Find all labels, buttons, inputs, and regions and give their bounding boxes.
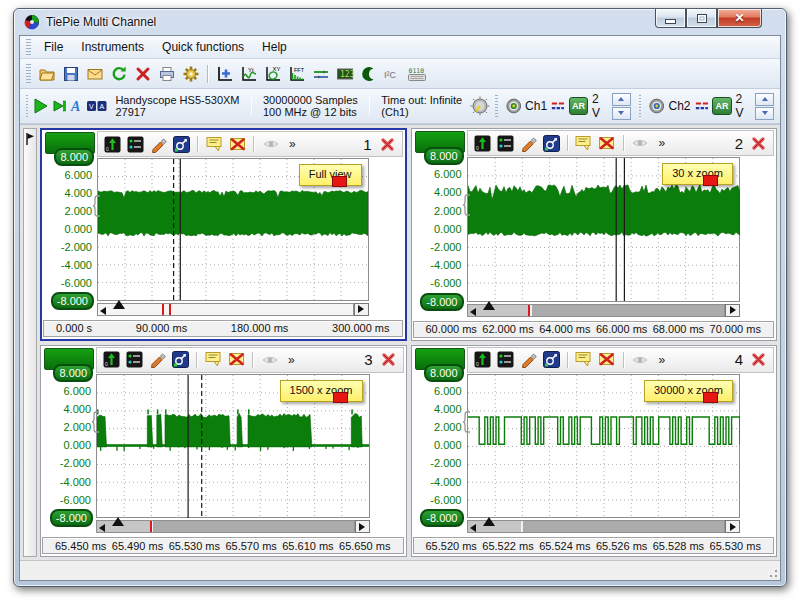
- scrollbar-track[interactable]: [467, 304, 726, 317]
- visibility-button[interactable]: [630, 350, 651, 370]
- ch2-bnc-icon[interactable]: [649, 97, 665, 115]
- scrollbar-track[interactable]: [97, 303, 354, 316]
- email-button[interactable]: [83, 62, 107, 85]
- add-comment-button[interactable]: [574, 133, 595, 153]
- trigger-level-bracket[interactable]: [462, 194, 471, 216]
- ch2-autorange-button[interactable]: AR: [712, 97, 731, 115]
- autoscale-axis-button[interactable]: 0: [472, 350, 493, 370]
- horizontal-scrollbar[interactable]: [96, 520, 370, 533]
- y-tick-label[interactable]: 8.000: [53, 364, 93, 382]
- zoom-note-handle[interactable]: [332, 176, 347, 187]
- zoom-tool-button[interactable]: [541, 350, 562, 370]
- zoom-note[interactable]: 30 x zoom: [662, 163, 733, 185]
- add-graph-button[interactable]: [213, 62, 237, 85]
- lcd-123-button[interactable]: 123: [333, 62, 357, 85]
- ch1-range-up-button[interactable]: [612, 93, 631, 106]
- start-button[interactable]: [32, 95, 50, 118]
- add-comment-button[interactable]: [574, 350, 595, 370]
- trigger-knob-button[interactable]: [469, 95, 491, 118]
- more-buttons-chevron[interactable]: »: [659, 136, 667, 150]
- close-panel-button[interactable]: [748, 133, 769, 153]
- close-panel-button[interactable]: [748, 350, 769, 370]
- minimize-button[interactable]: [655, 9, 686, 28]
- meter-button[interactable]: [309, 62, 333, 85]
- y-tick-label[interactable]: -8.000: [50, 509, 93, 527]
- more-buttons-chevron[interactable]: »: [288, 353, 296, 367]
- i2c-button[interactable]: I²C: [381, 62, 405, 85]
- autosetup-button[interactable]: A: [68, 95, 86, 118]
- trigger-position-marker[interactable]: [112, 517, 124, 526]
- more-buttons-chevron[interactable]: »: [289, 137, 297, 151]
- x-axis-labels[interactable]: 65.520 ms65.522 ms65.524 ms65.526 ms65.5…: [413, 537, 775, 554]
- channel-select-button[interactable]: [125, 134, 146, 154]
- trigger-position-marker[interactable]: [483, 301, 495, 310]
- zoom-note[interactable]: Full view: [299, 164, 362, 186]
- trigger-position-marker[interactable]: [113, 300, 125, 309]
- y-tick-label[interactable]: 8.000: [54, 148, 94, 166]
- autoscale-axis-button[interactable]: 0: [102, 134, 123, 154]
- remove-comments-button[interactable]: [597, 133, 618, 153]
- scrollbar-track[interactable]: [96, 520, 355, 533]
- ch1-coupling-icon[interactable]: [551, 99, 565, 113]
- remove-comments-button[interactable]: [226, 350, 247, 370]
- pen-tool-button[interactable]: [518, 133, 539, 153]
- close-button[interactable]: ✕: [717, 9, 762, 28]
- x-axis-labels[interactable]: 65.450 ms65.490 ms65.530 ms65.570 ms65.6…: [42, 537, 404, 554]
- ch1-bnc-icon[interactable]: [506, 97, 522, 115]
- x-axis-labels[interactable]: 0.000 s90.000 ms180.000 ms300.000 ms: [43, 320, 403, 337]
- autoscale-axis-button[interactable]: 0: [472, 133, 493, 153]
- scroll-left-arrow-icon[interactable]: [470, 524, 476, 532]
- close-panel-button[interactable]: [378, 350, 399, 370]
- refresh-button[interactable]: [107, 62, 131, 85]
- channel-select-button[interactable]: [495, 350, 516, 370]
- more-buttons-chevron[interactable]: »: [659, 353, 667, 367]
- va-meter-button[interactable]: VA: [86, 95, 108, 118]
- ch2-range-up-button[interactable]: [755, 93, 774, 106]
- zoom-note-handle[interactable]: [703, 392, 718, 403]
- menu-quick-functions[interactable]: Quick functions: [153, 37, 253, 57]
- scroll-left-arrow-icon[interactable]: [99, 524, 105, 532]
- autoscale-axis-button[interactable]: 0: [101, 350, 122, 370]
- trigger-position-marker[interactable]: [483, 517, 495, 526]
- scrollbar-track[interactable]: [467, 520, 726, 533]
- menu-instruments[interactable]: Instruments: [72, 37, 153, 57]
- zoom-note[interactable]: 1500 x zoom: [280, 380, 363, 402]
- pen-tool-button[interactable]: [147, 350, 168, 370]
- restore-button[interactable]: [686, 9, 717, 28]
- settings-button[interactable]: [179, 62, 203, 85]
- y-axis[interactable]: 8.0006.0004.0002.0000.000-2.000-4.000-6.…: [42, 157, 97, 301]
- add-comment-button[interactable]: [203, 350, 224, 370]
- scrollbar-thumb[interactable]: [97, 521, 153, 532]
- scrollbar-thumb[interactable]: [468, 305, 533, 316]
- trigger-level-bracket[interactable]: [92, 195, 101, 217]
- horizontal-scrollbar[interactable]: [467, 520, 741, 533]
- print-button[interactable]: [155, 62, 179, 85]
- y-axis[interactable]: 8.0006.0004.0002.0000.000-2.000-4.000-6.…: [41, 373, 96, 519]
- resize-grip[interactable]: [766, 566, 778, 578]
- zoom-note-handle[interactable]: [703, 175, 718, 186]
- scroll-right-button[interactable]: [725, 520, 740, 533]
- visibility-button[interactable]: [260, 134, 281, 154]
- y-axis[interactable]: 8.0006.0004.0002.0000.000-2.000-4.000-6.…: [412, 156, 467, 302]
- zoom-note[interactable]: 30000 x zoom: [644, 380, 733, 402]
- menu-help[interactable]: Help: [253, 37, 296, 57]
- one-shot-button[interactable]: [50, 95, 68, 118]
- scroll-right-button[interactable]: [725, 304, 740, 317]
- ch2-coupling-icon[interactable]: [695, 99, 709, 113]
- scope-panel[interactable]: 0 » 3 8.0006.0004.0002.0000.000-2.000-4.…: [40, 345, 407, 558]
- open-button[interactable]: [35, 62, 59, 85]
- visibility-button[interactable]: [630, 133, 651, 153]
- waveform-plot[interactable]: 30 x zoom: [467, 157, 741, 302]
- add-comment-button[interactable]: [204, 134, 225, 154]
- channel-select-button[interactable]: [124, 350, 145, 370]
- scroll-right-button[interactable]: [355, 520, 370, 533]
- fft-graph-button[interactable]: FFT: [285, 62, 309, 85]
- pen-tool-button[interactable]: [148, 134, 169, 154]
- ch1-autorange-button[interactable]: AR: [569, 97, 588, 115]
- y-tick-label[interactable]: 8.000: [424, 364, 464, 382]
- scroll-left-arrow-icon[interactable]: [470, 308, 476, 316]
- waveform-plot[interactable]: 1500 x zoom: [96, 374, 370, 519]
- xy-graph-button[interactable]: XY: [261, 62, 285, 85]
- menu-file[interactable]: File: [35, 37, 72, 57]
- crescent-button[interactable]: [357, 62, 381, 85]
